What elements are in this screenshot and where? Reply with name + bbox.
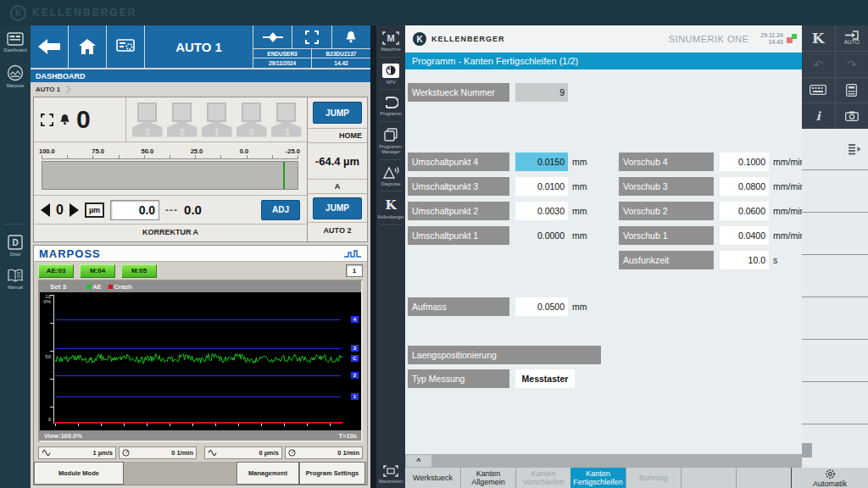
decrement-button[interactable] (41, 203, 50, 217)
bell-icon[interactable] (332, 25, 370, 48)
npv-icon (382, 64, 399, 78)
channel-button[interactable]: M:04 (80, 264, 115, 278)
marker-square-icon (172, 103, 192, 122)
management-button[interactable]: Management (236, 462, 299, 485)
tab-kanten-vorschleifen[interactable]: Kanten Vorschleifen (515, 468, 570, 488)
sidebar-item-marposs[interactable]: Marposs (0, 58, 31, 93)
nav-item-programm-manager[interactable]: Programm-Manager (376, 122, 405, 159)
program-tabs: WerkstueckKanten AllgemeinKanten Vorschl… (405, 468, 868, 488)
nav-item-programm[interactable]: Programm (376, 90, 405, 121)
vorschub-fields: Vorschub 40.1000mm/minVorschub 30.0800mm… (619, 152, 804, 275)
toolbar-serial: B23DU2137 (312, 49, 370, 58)
program-settings-button[interactable]: Program Settings (299, 462, 365, 485)
korrektur-label: KORREKTUR A (34, 224, 307, 239)
keyboard-button[interactable] (802, 78, 835, 103)
marker-square-icon (242, 103, 261, 122)
softkey-1[interactable] (802, 129, 868, 170)
nav-item-npv[interactable]: NPV (376, 58, 405, 90)
info-button[interactable]: i (802, 103, 835, 129)
softkey-7[interactable] (802, 382, 868, 424)
breadcrumb-item[interactable]: AUTO 1 (36, 86, 60, 93)
jump-auto2-button[interactable]: JUMP (313, 197, 362, 219)
marposs-chart: Set 3 AE Crash 100% 50 0 43C21 (38, 280, 363, 442)
position-value: -64.4 µm (308, 142, 367, 179)
automatik-button[interactable]: Automatik (791, 468, 868, 488)
nav-item-kellenberger[interactable]: K Kellenberger (376, 191, 405, 225)
frame-icon[interactable] (292, 25, 331, 48)
form-scrollbar: ^ (405, 454, 802, 468)
auto-mode-key[interactable]: AUTO (836, 25, 868, 51)
tab-werkstueck[interactable]: Werkstueck (405, 468, 460, 488)
channel-button[interactable]: M:05 (121, 264, 157, 278)
field-value[interactable]: 0.0000 (515, 226, 568, 245)
scrollbar-thumb[interactable] (802, 443, 812, 458)
module-mode-button[interactable]: Module Mode (34, 462, 124, 485)
softkey-6[interactable] (802, 340, 868, 382)
back-button[interactable] (31, 25, 69, 68)
redo-button[interactable]: ↷ (836, 52, 868, 77)
connection-status-icon (787, 34, 797, 44)
keyboard-icon (810, 85, 826, 95)
x-axis-ticks (55, 424, 342, 426)
sidebar-item-manual[interactable]: Manual (0, 262, 31, 295)
home-button[interactable] (69, 25, 107, 68)
aufmass-value[interactable]: 0.0500 (515, 297, 568, 316)
toolbar-user: ENDUSER3 (253, 49, 312, 58)
nav-item-maximieren[interactable]: Maximieren (376, 459, 405, 488)
channel-button[interactable]: AE:03 (38, 264, 74, 278)
field-label: Vorschub 2 (619, 202, 714, 220)
calculator-button[interactable] (836, 78, 868, 103)
form-row: Vorschub 30.0800mm/min (619, 177, 804, 196)
dial-icon (122, 449, 130, 457)
field-value[interactable]: 0.0800 (720, 177, 769, 196)
page-number-box[interactable]: 1 (346, 264, 363, 277)
jump-home-button[interactable]: JUMP (313, 102, 362, 124)
tab-kanten-fertigschleifen[interactable]: Kanten Fertigschleifen (570, 468, 626, 488)
kellenberger-key[interactable]: K (802, 25, 835, 51)
undo-button[interactable]: ↶ (802, 52, 835, 77)
softkey-2[interactable] (802, 170, 868, 213)
field-value[interactable]: 0.0100 (515, 177, 568, 196)
sidebar-item-dittel[interactable]: D Dittel (0, 228, 31, 262)
time-window-label: T=10s (339, 432, 357, 440)
meter-wave: 0 µm/s (204, 446, 282, 459)
typ-messung-value[interactable]: Messtaster (515, 369, 575, 388)
sidebar-item-dashboard[interactable]: Dashboard (0, 25, 31, 58)
scale-label: 25.0 (191, 147, 203, 155)
scale-label: 0.0 (240, 147, 248, 155)
tab-kanten-allgemein[interactable]: Kanten Allgemein (460, 468, 515, 488)
softkey-4[interactable] (802, 255, 868, 297)
form-row: Vorschub 20.0600mm/min (619, 202, 804, 220)
screenshot-button[interactable] (836, 103, 868, 129)
adj-button[interactable]: ADJ (261, 200, 300, 220)
unit-toggle[interactable]: µm (85, 202, 104, 218)
softkey-5[interactable] (802, 297, 868, 340)
werkstueck-value[interactable]: 9 (515, 83, 568, 102)
field-value[interactable]: 0.0400 (720, 226, 769, 245)
marker-flag-label: 0 (236, 121, 267, 137)
home-label: HOME (308, 128, 367, 142)
tab-bohrung[interactable]: Bohrung (626, 468, 681, 488)
softkey-3[interactable] (802, 213, 868, 255)
scale-label: 50.0 (142, 147, 154, 155)
offset-input[interactable]: 0.0 (110, 200, 159, 220)
field-value[interactable]: 0.0600 (720, 202, 769, 220)
dittel-icon: D (7, 235, 24, 250)
field-value[interactable]: 0.0150 (515, 152, 568, 171)
tab-empty[interactable] (736, 468, 791, 488)
nav-item-diagnose[interactable]: Diagnose (376, 160, 405, 191)
nav-item-maschine[interactable]: M Maschine (376, 25, 405, 57)
program-settings-icon-button[interactable] (107, 25, 145, 68)
scroll-up-button[interactable]: ^ (406, 455, 431, 467)
field-value[interactable]: 10.0 (720, 251, 769, 269)
position-marker: 0 (235, 103, 269, 137)
step-value: 0 (56, 202, 64, 218)
position-marker: 2 (165, 103, 199, 137)
increment-button[interactable] (70, 203, 79, 217)
field-value[interactable]: 0.0030 (515, 202, 568, 220)
field-value[interactable]: 0.1000 (720, 152, 769, 171)
tab-empty[interactable] (681, 468, 736, 488)
ae-signal-trace (55, 292, 342, 430)
probe-icon[interactable] (253, 25, 292, 48)
form-row: Vorschub 40.1000mm/min (619, 152, 804, 171)
